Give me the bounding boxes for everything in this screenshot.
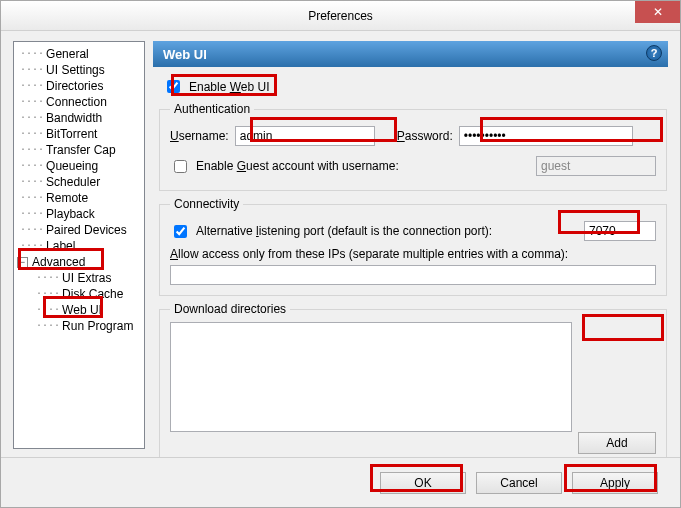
tree-item-directories[interactable]: ····Directories xyxy=(14,78,144,94)
collapse-icon[interactable]: − xyxy=(17,257,28,268)
help-icon[interactable]: ? xyxy=(646,45,662,61)
allowed-ips-input[interactable] xyxy=(170,265,656,285)
authentication-group: Authentication Username: Password: Enabl… xyxy=(159,102,667,191)
connectivity-legend: Connectivity xyxy=(170,197,243,211)
tree-item-bittorrent[interactable]: ····BitTorrent xyxy=(14,126,144,142)
panel-heading-bar: Web UI ? xyxy=(153,41,668,67)
cancel-button[interactable]: Cancel xyxy=(476,472,562,494)
dialog-footer: OK Cancel Apply xyxy=(1,457,680,507)
guest-checkbox[interactable] xyxy=(174,160,187,173)
tree-item-remote[interactable]: ····Remote xyxy=(14,190,144,206)
tree-item-playback[interactable]: ····Playback xyxy=(14,206,144,222)
add-directory-button[interactable]: Add xyxy=(578,432,656,454)
tree-item-scheduler[interactable]: ····Scheduler xyxy=(14,174,144,190)
tree-item-paired-devices[interactable]: ····Paired Devices xyxy=(14,222,144,238)
tree-item-connection[interactable]: ····Connection xyxy=(14,94,144,110)
preferences-window: Preferences ✕ ····General ····UI Setting… xyxy=(0,0,681,508)
tree-item-ui-settings[interactable]: ····UI Settings xyxy=(14,62,144,78)
apply-button[interactable]: Apply xyxy=(572,472,658,494)
password-label: Password: xyxy=(397,129,453,143)
tree-item-ui-extras[interactable]: ····UI Extras xyxy=(14,270,144,286)
close-button[interactable]: ✕ xyxy=(635,1,680,23)
window-title: Preferences xyxy=(308,9,373,23)
tree-item-general[interactable]: ····General xyxy=(14,46,144,62)
settings-panel: Web UI ? Enable Web UI Authentication Us… xyxy=(153,41,668,457)
connectivity-group: Connectivity Alternative listening port … xyxy=(159,197,667,296)
guest-username-input xyxy=(536,156,656,176)
tree-item-web-ui[interactable]: ····Web UI xyxy=(14,302,144,318)
guest-label: Enable Guest account with username: xyxy=(196,159,399,173)
download-directories-legend: Download directories xyxy=(170,302,290,316)
titlebar: Preferences ✕ xyxy=(1,1,680,31)
tree-item-disk-cache[interactable]: ····Disk Cache xyxy=(14,286,144,302)
allowed-ips-label: Allow access only from these IPs (separa… xyxy=(170,247,568,261)
download-directories-list[interactable] xyxy=(170,322,572,432)
alt-port-checkbox[interactable] xyxy=(174,225,187,238)
panel-heading: Web UI xyxy=(163,47,207,62)
ok-button[interactable]: OK xyxy=(380,472,466,494)
tree-item-queueing[interactable]: ····Queueing xyxy=(14,158,144,174)
category-tree[interactable]: ····General ····UI Settings ····Director… xyxy=(13,41,145,449)
tree-item-run-program[interactable]: ····Run Program xyxy=(14,318,144,334)
tree-item-advanced[interactable]: − Advanced xyxy=(14,254,144,270)
tree-item-label[interactable]: ····Label xyxy=(14,238,144,254)
username-label: Username: xyxy=(170,129,229,143)
dialog-body: ····General ····UI Settings ····Director… xyxy=(1,31,680,457)
authentication-legend: Authentication xyxy=(170,102,254,116)
username-input[interactable] xyxy=(235,126,375,146)
alt-port-input[interactable] xyxy=(584,221,656,241)
tree-item-transfer-cap[interactable]: ····Transfer Cap xyxy=(14,142,144,158)
alt-port-label: Alternative listening port (default is t… xyxy=(196,224,492,238)
password-input[interactable] xyxy=(459,126,633,146)
close-icon: ✕ xyxy=(653,5,663,19)
enable-webui-checkbox[interactable] xyxy=(167,80,180,93)
enable-webui-label: Enable Web UI xyxy=(189,80,270,94)
tree-item-bandwidth[interactable]: ····Bandwidth xyxy=(14,110,144,126)
